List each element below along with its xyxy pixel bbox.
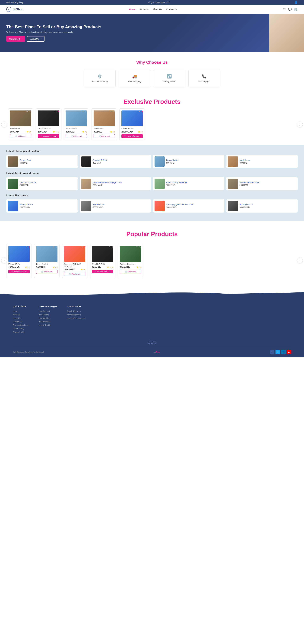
eye-icon[interactable]: 👁 (110, 110, 112, 113)
eye-icon[interactable]: 👁 (52, 246, 55, 248)
heart-icon[interactable]: ♥ (84, 246, 86, 248)
popular-samsung-add-button[interactable]: 🛒 Add to cart (64, 272, 85, 276)
product-card-maxi: 👁 ♡ Maxi Dress 300MAD ⭐ (3) 🛒 Add to car… (91, 108, 117, 140)
footer-link-address[interactable]: Address Book (39, 321, 50, 323)
footer-link-about[interactable]: About Us (13, 317, 20, 320)
clothing-graphic-info: Graphic T-Shirt 100 MAD (93, 159, 149, 164)
popular-outdoor-add-button[interactable]: 🛒 Add to cart (120, 270, 141, 274)
graphic-remove-cart-button[interactable]: 🛒 remove from cart (38, 134, 59, 138)
user-icon[interactable]: 👤 (295, 1, 298, 4)
popular-graphic-remove-button[interactable]: 🛒 remove from cart (92, 270, 113, 274)
electronics-echo-price: 30000 MAD (240, 206, 296, 208)
footer-link-return[interactable]: Return Policy (13, 328, 24, 330)
twitter-button[interactable]: t (276, 350, 280, 354)
exclusive-carousel: ‹ 👁 ♡ Trench Coat 600MAD ⭐ (0) 🛒 Add to … (0, 108, 304, 140)
nav-item-products[interactable]: Products (140, 8, 148, 10)
footer-link-profile[interactable]: Update Profile (39, 324, 51, 326)
heart-icon[interactable]: ♡ (29, 110, 31, 113)
popular-icons-iphone: 👁 ♥ (25, 246, 30, 248)
furniture-bookshelf-img (81, 179, 91, 189)
about-us-button[interactable]: About Us → (27, 36, 44, 42)
latest-furniture-sofa: Modern Leather Sofa 1000 MAD (226, 177, 298, 190)
nav-item-home[interactable]: Home (129, 8, 135, 10)
footer-link-account[interactable]: Your Account (39, 310, 50, 312)
popular-next-button[interactable]: › (297, 258, 303, 263)
heart-icon[interactable]: ♡ (56, 246, 58, 248)
electronics-samsung-img (155, 201, 165, 211)
footer-link-orders[interactable]: Your Orders (39, 314, 49, 316)
eye-icon[interactable]: 👁 (108, 246, 110, 248)
clothing-maxi-name[interactable]: Maxi Dress (240, 159, 296, 161)
exclusive-next-button[interactable]: › (297, 122, 303, 127)
why-section: Why Choose Us 🛡️ Product Warranty 🚚 Free… (0, 52, 304, 92)
furniture-bookshelf-name[interactable]: Bookshelves and Storage Units (93, 181, 149, 184)
clothing-graphic-name[interactable]: Graphic T-Shirt (93, 159, 149, 161)
blazer-add-cart-button[interactable]: 🛒 Add to cart (66, 134, 87, 138)
eye-icon[interactable]: 👁 (81, 246, 83, 248)
footer-link-privacy[interactable]: Privacy Policy (13, 331, 24, 333)
heart-icon[interactable]: ♥ (58, 110, 59, 113)
contact-title: Contact Info (67, 305, 85, 308)
heart-icon[interactable]: ♥ (142, 110, 143, 113)
heart-icon[interactable]: ♡ (85, 110, 87, 113)
electronics-macbook-name[interactable]: MacBook Air (93, 203, 149, 206)
iphone-image (121, 110, 143, 126)
popular-normal: Popular (126, 230, 149, 238)
footer-link-products[interactable]: products (13, 314, 20, 316)
linkedin-button[interactable]: in (281, 350, 286, 354)
footer-link-wishlist[interactable]: Your Wishlist (39, 317, 49, 320)
heart-icon[interactable]: ♡ (113, 110, 115, 113)
clothing-trench-name[interactable]: Trench Coat (20, 159, 76, 161)
popular-blazer-name: Blazer Jacket (36, 263, 57, 265)
exclusive-prev-button[interactable]: ‹ (1, 122, 7, 127)
popular-prev-button[interactable]: ‹ (1, 258, 7, 263)
eye-icon[interactable]: 👁 (26, 110, 28, 113)
card-icons-maxi: 👁 ♡ (110, 110, 115, 113)
exclusive-products-list: 👁 ♡ Trench Coat 600MAD ⭐ (0) 🛒 Add to ca… (8, 108, 296, 140)
return-icon: ↩️ (158, 74, 180, 78)
eye-icon[interactable]: 👁 (139, 110, 141, 113)
nav-item-contact[interactable]: Contact Us (166, 8, 177, 10)
electronics-echo-name[interactable]: Echo Show 10 (240, 203, 296, 206)
contact-info-list: Agadir, Morocco +X0000000000X goshop@sup… (67, 310, 85, 320)
get-started-button[interactable]: Get Started → (6, 36, 25, 42)
exclusive-normal: Exclusive (123, 98, 152, 105)
furniture-outdoor-name[interactable]: Outdoor Furniture (20, 181, 76, 184)
clothing-blazer-name[interactable]: Blazer Jacket (166, 159, 223, 161)
trench-add-cart-button[interactable]: 🛒 Add to cart (10, 134, 31, 138)
electronics-macbook-price: 20000 MAD (93, 206, 149, 208)
footer-link-terms[interactable]: Terms & Conditions (13, 324, 29, 326)
eye-icon[interactable]: 👁 (136, 246, 138, 248)
furniture-dining-name[interactable]: Rustic Dining Table Set (166, 181, 223, 184)
hero-title: The Best Place To Sell or Buy Amazing Pr… (6, 24, 263, 30)
nav-item-about[interactable]: About Us (153, 8, 162, 10)
wishlist-icon[interactable]: ♡ (283, 8, 286, 11)
blazer-price: 500MAD (66, 130, 74, 133)
iphone-price-row: 20000MAD ⭐ (5) (121, 130, 143, 133)
furniture-sofa-img (228, 179, 238, 189)
facebook-button[interactable]: f (270, 350, 274, 354)
eye-icon[interactable]: 👁 (25, 246, 28, 248)
eye-icon[interactable]: 👁 (55, 110, 57, 113)
popular-iphone-remove-button[interactable]: 🛒 remove from cart (8, 270, 30, 274)
why-card-warranty: 🛡️ Product Warranty (84, 70, 116, 87)
iphone-remove-cart-button[interactable]: 🛒 remove from cart (121, 134, 143, 138)
cart-icon[interactable]: 🛒 (294, 8, 298, 11)
heart-icon[interactable]: ♥ (29, 246, 30, 248)
popular-blazer-rating: ⭐ (5) (53, 266, 58, 268)
footer-link-home[interactable]: Home (13, 310, 18, 312)
electronics-samsung-name[interactable]: Samsung QLED 4K Smart TV (166, 203, 223, 206)
electronics-samsung-price: 30000 MAD (166, 206, 223, 208)
maxi-price: 300MAD (94, 130, 102, 133)
electronics-iphone-name[interactable]: iPhone 13 Pro (20, 203, 76, 206)
footer-link-contact[interactable]: Contact Us (13, 321, 22, 323)
heart-icon[interactable]: ♡ (111, 246, 113, 248)
eye-icon[interactable]: 👁 (82, 110, 84, 113)
youtube-button[interactable]: ▶ (287, 350, 291, 354)
chat-icon[interactable]: 💬 (288, 8, 292, 11)
furniture-sofa-name[interactable]: Modern Leather Sofa (240, 181, 296, 184)
warranty-icon: 🛡️ (89, 74, 111, 78)
maxi-add-cart-button[interactable]: 🛒 Add to cart (94, 134, 115, 138)
popular-blazer-add-button[interactable]: 🛒 Add to cart (36, 270, 57, 274)
heart-icon[interactable]: ♡ (139, 246, 141, 248)
